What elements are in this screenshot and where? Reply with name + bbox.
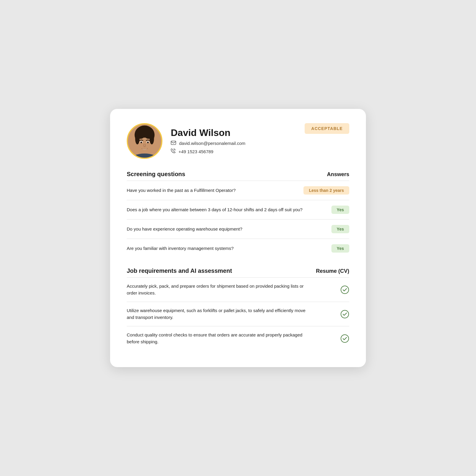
card-header: David Wilson david.wilson@personalemail.… [127, 123, 349, 159]
answer-badge: Yes [331, 206, 349, 214]
qa-question: Are you familiar with inventory manageme… [127, 245, 234, 252]
email-row: david.wilson@personalemail.com [171, 141, 245, 146]
email-text: david.wilson@personalemail.com [179, 141, 245, 146]
phone-text: +49 1523 456789 [178, 149, 213, 154]
person-name: David Wilson [171, 127, 245, 138]
svg-point-20 [341, 310, 349, 318]
svg-point-17 [148, 142, 148, 143]
answer-badge: Yes [331, 225, 349, 233]
avatar [127, 123, 162, 159]
svg-point-16 [141, 142, 142, 143]
status-badge: ACCEPTABLE [305, 123, 349, 134]
ai-title: Job requirements and AI assessment [127, 267, 232, 274]
person-info: David Wilson david.wilson@personalemail.… [171, 127, 245, 155]
screening-col-label: Answers [327, 171, 349, 178]
ai-header: Job requirements and AI assessment Resum… [127, 267, 349, 274]
ai-section: Job requirements and AI assessment Resum… [127, 267, 349, 350]
svg-point-11 [145, 133, 153, 139]
ai-row: Conduct quality control checks to ensure… [127, 326, 349, 350]
answer-badge: Yes [331, 244, 349, 253]
screening-header: Screening questions Answers [127, 171, 349, 178]
check-icon [340, 285, 349, 294]
person-header-left: David Wilson david.wilson@personalemail.… [127, 123, 245, 159]
ai-col-label: Resume (CV) [316, 268, 349, 274]
screening-section: Screening questions Answers Have you wor… [127, 171, 349, 258]
ai-requirement: Utilize warehouse equipment, such as for… [127, 307, 311, 321]
svg-rect-18 [171, 141, 176, 145]
qa-row: Does a job where you alternate between 3… [127, 200, 349, 220]
phone-row: +49 1523 456789 [171, 148, 245, 155]
svg-point-19 [341, 286, 349, 294]
ai-row: Accurately pick, pack, and prepare order… [127, 278, 349, 302]
ai-row: Utilize warehouse equipment, such as for… [127, 302, 349, 326]
screening-title: Screening questions [127, 171, 185, 178]
qa-question: Do you have experience operating warehou… [127, 226, 242, 233]
candidate-card: David Wilson david.wilson@personalemail.… [110, 109, 366, 367]
answer-badge: Less than 2 years [303, 186, 349, 195]
qa-question: Have you worked in the past as a Fulfill… [127, 187, 236, 194]
email-icon [171, 141, 176, 146]
qa-question: Does a job where you alternate between 3… [127, 206, 303, 213]
check-icon [340, 334, 349, 343]
ai-requirement: Conduct quality control checks to ensure… [127, 332, 311, 345]
qa-row: Do you have experience operating warehou… [127, 220, 349, 239]
qa-row: Have you worked in the past as a Fulfill… [127, 181, 349, 200]
ai-requirement: Accurately pick, pack, and prepare order… [127, 283, 311, 296]
check-icon [340, 310, 349, 319]
svg-point-21 [341, 335, 349, 342]
phone-icon [171, 148, 176, 155]
qa-row: Are you familiar with inventory manageme… [127, 239, 349, 258]
